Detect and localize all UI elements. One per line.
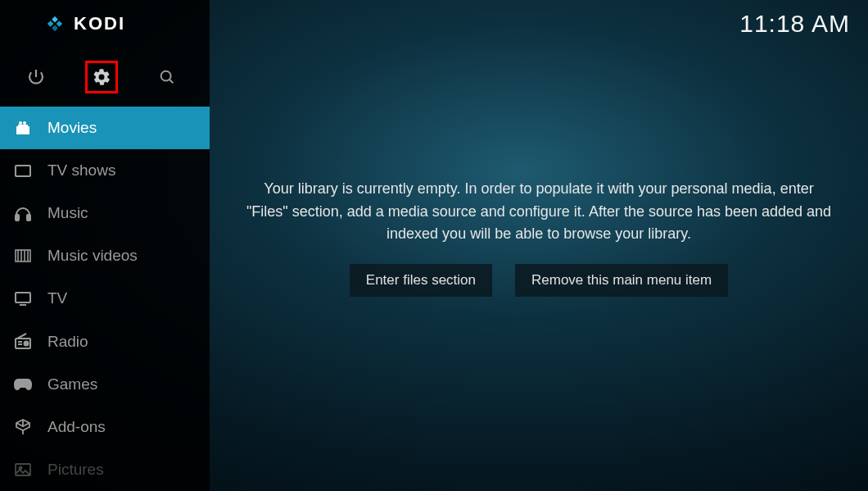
brand-name: KODI [74, 13, 125, 34]
svg-point-20 [25, 341, 29, 345]
sidebar-item-label: Music [47, 204, 88, 222]
tv-icon [11, 287, 34, 310]
svg-rect-9 [16, 166, 30, 176]
sidebar-menu: Movies TV shows Music Music videos TV [0, 107, 210, 491]
power-icon [26, 67, 46, 87]
sidebar-item-radio[interactable]: Radio [0, 321, 210, 363]
sidebar-item-tvshows[interactable]: TV shows [0, 149, 210, 192]
svg-line-5 [170, 80, 173, 83]
tvshows-icon [11, 159, 34, 182]
sidebar-item-label: Music videos [47, 247, 138, 265]
svg-rect-11 [27, 215, 30, 220]
sidebar-item-label: Pictures [47, 461, 104, 479]
svg-rect-17 [16, 293, 30, 302]
empty-library-message: Your library is currently empty. In orde… [242, 178, 835, 247]
music-icon [11, 202, 34, 225]
enter-files-button[interactable]: Enter files section [350, 264, 492, 297]
settings-button[interactable] [85, 61, 118, 93]
sidebar-item-tv[interactable]: TV [0, 277, 210, 320]
kodi-logo-icon [44, 13, 66, 34]
sidebar-item-games[interactable]: Games [0, 363, 210, 406]
sidebar: KODI [0, 0, 210, 491]
main-content: Your library is currently empty. In orde… [210, 0, 868, 491]
radio-icon [11, 330, 34, 353]
svg-rect-10 [16, 215, 19, 220]
games-icon [11, 373, 34, 396]
sidebar-item-addons[interactable]: Add-ons [0, 406, 210, 448]
movie-icon [11, 116, 34, 139]
search-button[interactable] [151, 61, 183, 93]
svg-point-6 [19, 121, 22, 125]
gear-icon [92, 67, 111, 87]
svg-rect-2 [47, 20, 54, 27]
musicvid-icon [11, 244, 34, 267]
sidebar-item-label: Movies [47, 119, 97, 137]
addons-icon [11, 416, 34, 439]
svg-rect-3 [52, 25, 58, 32]
sidebar-item-music[interactable]: Music [0, 192, 210, 234]
sidebar-item-label: Add-ons [47, 418, 106, 436]
sidebar-item-pictures[interactable]: Pictures [0, 448, 210, 491]
svg-point-4 [161, 71, 171, 81]
search-icon [158, 68, 176, 86]
sidebar-item-musicvideos[interactable]: Music videos [0, 234, 210, 277]
power-button[interactable] [20, 61, 52, 93]
svg-rect-0 [52, 16, 58, 23]
sidebar-item-label: Games [47, 375, 97, 393]
svg-rect-8 [18, 125, 28, 126]
sidebar-item-label: TV [47, 289, 67, 307]
toolbar [0, 48, 210, 107]
svg-point-7 [23, 121, 26, 125]
action-button-row: Enter files section Remove this main men… [350, 264, 728, 297]
brand: KODI [0, 0, 210, 48]
sidebar-item-label: Radio [47, 333, 88, 351]
sidebar-item-label: TV shows [47, 161, 115, 180]
sidebar-item-movies[interactable]: Movies [0, 107, 210, 149]
svg-rect-1 [57, 20, 63, 27]
remove-menu-item-button[interactable]: Remove this main menu item [515, 264, 728, 297]
pictures-icon [11, 458, 34, 481]
